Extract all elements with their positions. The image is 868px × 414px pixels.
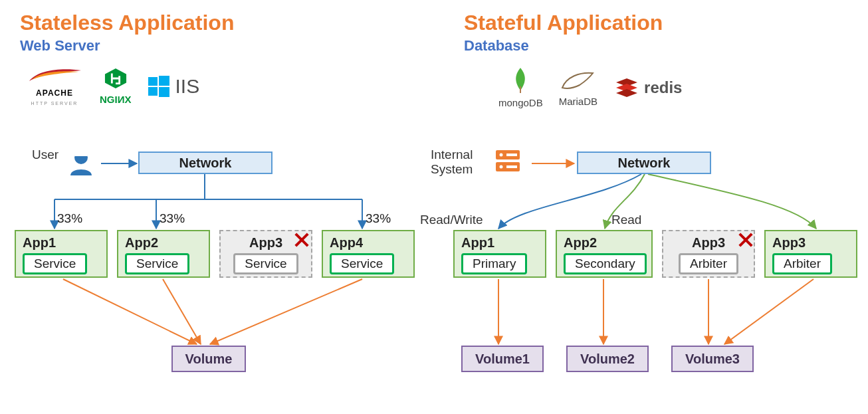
server-icon (492, 146, 524, 178)
stateless-title: Stateless Application (20, 11, 234, 35)
iis-label: IIS (175, 75, 199, 98)
pct-app2: 33% (160, 211, 185, 226)
svg-point-27 (500, 165, 503, 169)
redis-logo: redis (613, 74, 682, 101)
left-logo-row: APACHE HTTP SERVER NGIИX IIS (25, 66, 199, 106)
windows-icon (147, 74, 171, 98)
r-app2-box: App2 Secondary (556, 230, 653, 278)
r-app1-box: App1 Primary (453, 230, 546, 278)
app4-role: Service (330, 253, 394, 274)
feather-icon (25, 66, 84, 85)
volume2-label: Volume2 (580, 352, 635, 367)
left-network-box: Network (138, 152, 272, 174)
redis-cube-icon (613, 74, 640, 101)
volume1-box: Volume1 (461, 346, 544, 372)
user-label: User (32, 148, 58, 162)
mariadb-logo: MariaDB (559, 68, 597, 107)
apache-sublabel: HTTP SERVER (31, 101, 78, 106)
user-icon (66, 148, 96, 177)
apache-label: APACHE (36, 89, 73, 97)
mariadb-label: MariaDB (559, 96, 597, 107)
webserver-subtitle: Web Server (20, 37, 100, 54)
mongodb-logo: mongoDB (498, 66, 543, 108)
r-app3-cross-icon (738, 232, 754, 248)
svg-marker-23 (616, 89, 637, 97)
r-app3b-box: App3 Arbiter (764, 230, 857, 278)
r-app3-title: App3 (692, 235, 725, 251)
svg-rect-17 (148, 87, 158, 96)
r-app1-role: Primary (461, 253, 527, 274)
apache-logo: APACHE HTTP SERVER (25, 66, 84, 106)
app4-box: App4 Service (322, 230, 415, 278)
app2-box: App2 Service (117, 230, 210, 278)
app1-box: App1 Service (15, 230, 108, 278)
nginx-logo: NGIИX (100, 67, 131, 105)
volume3-box: Volume3 (671, 346, 754, 372)
left-volume-label: Volume (185, 352, 233, 367)
app1-title: App1 (23, 235, 56, 251)
r-app1-title: App1 (461, 235, 494, 251)
app4-title: App4 (330, 235, 363, 251)
app3-title: App3 (249, 235, 282, 251)
volume1-label: Volume1 (475, 352, 530, 367)
app2-title: App2 (125, 235, 158, 251)
svg-rect-15 (148, 77, 158, 86)
svg-line-6 (63, 279, 197, 344)
r-app2-title: App2 (564, 235, 597, 251)
app1-role: Service (23, 253, 87, 274)
readwrite-label: Read/Write (420, 213, 483, 227)
database-subtitle: Database (464, 37, 529, 54)
svg-rect-28 (506, 154, 517, 156)
iis-logo: IIS (147, 74, 199, 98)
volume3-label: Volume3 (685, 352, 740, 367)
volume2-box: Volume2 (566, 346, 649, 372)
internal-label-1: Internal (431, 148, 473, 162)
svg-rect-16 (159, 76, 169, 86)
r-app3b-title: App3 (772, 235, 806, 251)
mongodb-label: mongoDB (498, 97, 543, 108)
app2-role: Service (125, 253, 189, 274)
redis-label: redis (644, 78, 682, 97)
app3-role: Service (233, 253, 298, 274)
svg-rect-29 (506, 165, 517, 168)
svg-line-13 (724, 279, 814, 344)
left-network-label: Network (179, 155, 232, 171)
svg-point-26 (500, 154, 503, 157)
read-label: Read (611, 213, 641, 227)
nginx-label: NGIИX (100, 94, 131, 105)
left-volume-box: Volume (171, 346, 246, 372)
r-app3-role: Arbiter (679, 253, 738, 274)
seal-icon (560, 68, 597, 92)
right-logo-row: mongoDB MariaDB redis (498, 66, 682, 108)
pct-app1: 33% (57, 211, 82, 226)
internal-label-2: System (431, 162, 473, 177)
svg-line-7 (163, 279, 201, 344)
app3-cross-icon (294, 232, 310, 248)
pct-app4: 33% (366, 211, 391, 226)
stateful-title: Stateful Application (464, 11, 663, 35)
r-app2-role: Secondary (564, 253, 647, 274)
leaf-icon (511, 66, 530, 93)
right-network-label: Network (618, 155, 671, 171)
hexagon-g-icon (103, 67, 128, 90)
right-network-box: Network (577, 152, 711, 174)
svg-rect-18 (159, 87, 169, 97)
svg-line-8 (210, 279, 362, 344)
r-app3b-role: Arbiter (772, 253, 832, 274)
